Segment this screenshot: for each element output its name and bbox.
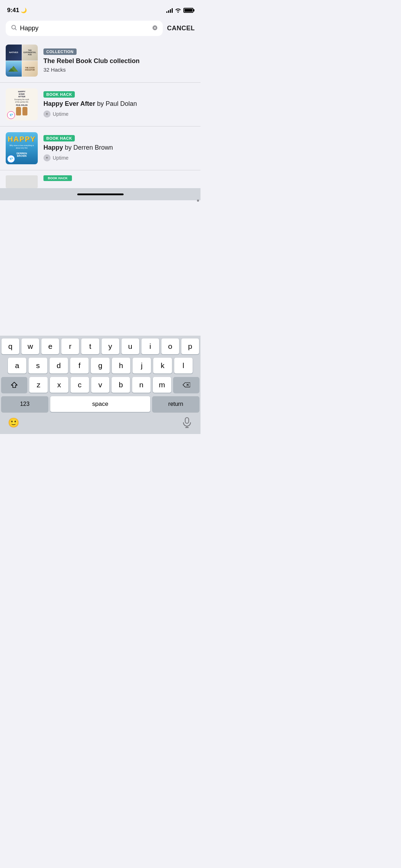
scroll-indicator — [197, 200, 199, 202]
result-meta-1: ✦ Uptime — [43, 110, 195, 118]
uptime-label-2: Uptime — [53, 155, 68, 161]
thumb-ancestor: THE GOOD ANCESTOR — [22, 61, 38, 77]
moon-icon: 🌙 — [21, 7, 27, 13]
keyboard-row-1: q w e r t y u i o p — [0, 339, 200, 354]
key-u[interactable]: u — [121, 339, 139, 354]
title-rest-1: by Paul Dolan — [97, 100, 137, 107]
happy-ever-after-thumbnail: HAPPY EVER AFTER Escaping the mythof the… — [6, 88, 38, 120]
signal-bar-1 — [166, 11, 167, 13]
status-icons — [166, 8, 193, 13]
title-bold-2: Happy — [43, 144, 63, 151]
result-item-happy-ever-after[interactable]: HAPPY EVER AFTER Escaping the mythof the… — [0, 83, 200, 126]
key-r[interactable]: r — [61, 339, 79, 354]
key-numbers[interactable]: 123 — [1, 396, 48, 412]
key-y[interactable]: y — [101, 339, 119, 354]
key-a[interactable]: a — [8, 358, 26, 373]
book-hack-tag-2: BOOK HACK — [43, 135, 75, 141]
uptime-logo-2: ✦ — [43, 154, 51, 161]
result-item-partial: BOOK HACK — [0, 170, 200, 188]
key-i[interactable]: i — [141, 339, 159, 354]
premium-badge-2: 💎 — [7, 155, 15, 163]
title-bold-1: Happy Ever After — [43, 100, 95, 107]
signal-bar-2 — [168, 10, 169, 13]
battery-icon — [183, 8, 193, 13]
key-v[interactable]: v — [91, 377, 110, 393]
key-j[interactable]: j — [132, 358, 151, 373]
results-container: NATIVES THE EXPONENTIAL AGE — [0, 39, 200, 188]
happy-derren-title: Happy by Derren Brown — [43, 144, 195, 152]
keyboard-row-4: 123 space return — [0, 396, 200, 412]
key-s[interactable]: s — [28, 358, 47, 373]
key-z[interactable]: z — [29, 377, 48, 393]
signal-bars — [166, 8, 173, 13]
battery-fill — [184, 9, 192, 12]
key-c[interactable]: c — [71, 377, 89, 393]
key-delete[interactable] — [173, 377, 199, 393]
keyboard-row-2: a s d f g h j k l — [0, 358, 200, 373]
key-t[interactable]: t — [81, 339, 99, 354]
happy-ever-after-title: Happy Ever After by Paul Dolan — [43, 100, 195, 108]
result-content-collection: COLLECTION The Rebel Book Club collectio… — [43, 48, 195, 73]
cancel-button[interactable]: CANCEL — [167, 25, 195, 32]
collection-tag: COLLECTION — [43, 48, 77, 55]
clear-button[interactable] — [152, 25, 158, 32]
key-w[interactable]: w — [21, 339, 39, 354]
book-hack-tag-1: BOOK HACK — [43, 91, 75, 98]
search-bar-container: CANCEL — [0, 18, 200, 39]
key-g[interactable]: g — [91, 358, 109, 373]
premium-badge-1: 💎 — [7, 111, 15, 119]
status-bar: 9:41 🌙 — [0, 0, 200, 18]
uptime-label-1: Uptime — [53, 111, 68, 117]
key-n[interactable]: n — [132, 377, 151, 393]
home-indicator — [0, 188, 200, 200]
collection-thumbnail: NATIVES THE EXPONENTIAL AGE — [6, 45, 38, 77]
wifi-icon — [175, 8, 181, 13]
collection-subtitle: 32 Hacks — [43, 67, 195, 73]
thumb-mountain — [6, 61, 22, 77]
key-shift[interactable] — [1, 377, 27, 393]
happy-derren-thumbnail: HAPPY Why more or less everything is abo… — [6, 132, 38, 164]
home-bar — [77, 193, 124, 195]
key-space[interactable]: space — [50, 396, 150, 412]
key-p[interactable]: p — [181, 339, 199, 354]
key-k[interactable]: k — [153, 358, 172, 373]
key-b[interactable]: b — [111, 377, 130, 393]
keyboard: q w e r t y u i o p a s d f g h j k l z … — [0, 336, 200, 434]
key-return[interactable]: return — [152, 396, 199, 412]
thumb-exponential: THE EXPONENTIAL AGE — [22, 45, 38, 61]
key-d[interactable]: d — [50, 358, 68, 373]
keyboard-accessory-row: 🙂 — [0, 413, 200, 434]
key-emoji[interactable]: 🙂 — [6, 415, 21, 430]
key-x[interactable]: x — [50, 377, 68, 393]
key-m[interactable]: m — [153, 377, 171, 393]
result-item-collection[interactable]: NATIVES THE EXPONENTIAL AGE — [0, 39, 200, 83]
svg-rect-4 — [185, 418, 189, 423]
signal-bar-3 — [170, 9, 171, 13]
key-h[interactable]: h — [112, 358, 130, 373]
result-meta-2: ✦ Uptime — [43, 154, 195, 161]
result-item-happy-derren[interactable]: HAPPY Why more or less everything is abo… — [0, 126, 200, 170]
key-dictation[interactable] — [179, 415, 195, 430]
key-f[interactable]: f — [70, 358, 89, 373]
signal-bar-4 — [172, 8, 173, 13]
title-rest-2: by Derren Brown — [65, 144, 113, 151]
search-icon — [11, 24, 17, 32]
keyboard-row-3: z x c v b n m — [0, 377, 200, 393]
thumb-natives: NATIVES — [6, 45, 22, 61]
search-input-wrapper[interactable] — [6, 21, 163, 36]
key-l[interactable]: l — [174, 358, 193, 373]
search-input[interactable] — [20, 25, 149, 32]
result-content-happy-ever-after: BOOK HACK Happy Ever After by Paul Dolan… — [43, 91, 195, 117]
result-content-happy-derren: BOOK HACK Happy by Derren Brown ✦ Uptime — [43, 135, 195, 161]
key-e[interactable]: e — [41, 339, 59, 354]
status-time: 9:41 — [7, 7, 19, 14]
key-q[interactable]: q — [1, 339, 19, 354]
key-o[interactable]: o — [161, 339, 179, 354]
uptime-logo-1: ✦ — [43, 110, 51, 118]
collection-title: The Rebel Book Club collection — [43, 57, 195, 65]
